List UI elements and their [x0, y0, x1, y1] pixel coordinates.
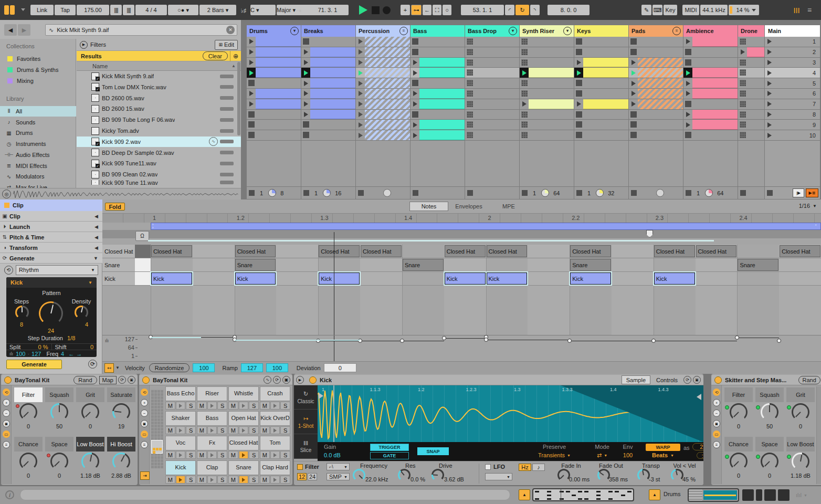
add-macro-icon[interactable]: + — [3, 399, 10, 406]
clip-launch-button[interactable] — [738, 47, 747, 57]
preview-waveform[interactable] — [13, 190, 241, 199]
clip-body[interactable] — [365, 68, 410, 78]
clip-stop-button[interactable] — [630, 132, 637, 138]
lfo-on-button[interactable] — [485, 464, 491, 470]
clip-slot[interactable] — [574, 68, 628, 78]
draw-mode-button[interactable]: ✎ — [641, 5, 651, 15]
rand-button[interactable]: Rand — [798, 376, 820, 384]
pad-play-button[interactable] — [207, 476, 217, 484]
track-header-keys[interactable]: Keys — [574, 25, 628, 37]
clip-slot[interactable] — [738, 99, 764, 109]
clip-launch-button[interactable] — [247, 58, 256, 68]
clip-section-clip[interactable]: ▣Clip◀ — [0, 211, 102, 222]
clip-body[interactable] — [365, 120, 410, 130]
clip-slot[interactable] — [520, 37, 574, 47]
remove-macro-icon[interactable]: − — [3, 410, 10, 417]
clip-launch-button[interactable] — [629, 58, 638, 68]
clip-slot[interactable] — [465, 58, 519, 68]
generate-button[interactable]: Generate — [6, 360, 62, 369]
macro-knob[interactable] — [112, 453, 130, 470]
clip-body[interactable] — [583, 99, 628, 109]
sidebar-item-audio-effects[interactable]: ⊣⊢Audio Effects — [0, 150, 76, 160]
clip-launch-button[interactable] — [629, 78, 638, 88]
tempo-field[interactable]: 175.00 — [77, 5, 109, 15]
scene-slot[interactable]: 6 — [765, 89, 820, 99]
clip-launch-button[interactable] — [301, 68, 310, 78]
macro-label[interactable]: Low Boost — [76, 437, 104, 452]
clip-slot[interactable] — [465, 89, 519, 99]
clip-launch-button[interactable] — [247, 89, 256, 99]
pad-play-button[interactable] — [239, 451, 249, 459]
chevron-down-icon[interactable]: ▼ — [115, 365, 120, 370]
clip-slot[interactable] — [574, 130, 628, 140]
track-stop-button[interactable] — [467, 190, 473, 196]
clip-body[interactable] — [583, 58, 628, 68]
fade-in-knob[interactable] — [557, 469, 570, 481]
pad-mute-button[interactable]: M — [197, 402, 207, 410]
macro-knob[interactable] — [730, 453, 748, 470]
drive-knob[interactable] — [431, 469, 444, 481]
clip-slot[interactable] — [520, 130, 574, 140]
track-stop-button[interactable] — [576, 190, 582, 196]
clip-slot[interactable] — [520, 120, 574, 130]
clip-body[interactable] — [692, 78, 738, 88]
track-stop-button[interactable] — [686, 190, 691, 196]
macro-value[interactable]: 2.88 dB — [106, 472, 136, 480]
step-duration-value[interactable]: 1/8 — [67, 335, 75, 342]
clip-body[interactable] — [419, 68, 465, 78]
pad-mute-button[interactable]: M — [260, 476, 270, 484]
scene-slot[interactable]: 9 — [765, 120, 820, 130]
midi-map-button[interactable]: MIDI — [682, 5, 699, 15]
crossfade-a-icon[interactable]: |▶ — [793, 188, 804, 197]
clip-slot[interactable] — [410, 99, 465, 109]
pad-name[interactable]: Kick — [165, 460, 196, 475]
randomize-button[interactable]: Randomize — [149, 363, 190, 372]
clip-stop-button[interactable] — [248, 132, 255, 138]
env-value[interactable]: 100 — [619, 452, 637, 458]
drum-pad-shaker[interactable]: ShakerMS — [165, 411, 196, 435]
clip-launch-button[interactable] — [683, 89, 692, 99]
clip-slot[interactable] — [301, 58, 355, 68]
clip-stop-button[interactable] — [740, 90, 746, 97]
track-header-bass-drop[interactable]: Bass Drop▾ — [465, 25, 519, 37]
mode-tab-classic[interactable]: ↻Classic — [294, 385, 318, 410]
pad-mute-button[interactable]: M — [228, 476, 238, 484]
shift-field[interactable]: Shift0 — [52, 344, 97, 350]
track-header-synth-riser[interactable]: Synth Riser▾ — [520, 25, 574, 37]
scene-launch-icon[interactable] — [767, 60, 772, 65]
velocity-point[interactable] — [735, 335, 739, 340]
regenerate-icon[interactable]: ⟳ — [88, 360, 97, 369]
macro-knob[interactable] — [761, 453, 778, 470]
macro-knob[interactable] — [112, 403, 130, 421]
row-key[interactable] — [135, 245, 151, 258]
clip-body[interactable] — [256, 58, 301, 68]
clip-launch-button[interactable] — [520, 68, 529, 78]
pad-name[interactable]: Tom — [260, 436, 290, 450]
mode-tab-slice[interactable]: ‖‖Slice — [294, 435, 318, 459]
midi-note[interactable]: Closed Hat — [570, 245, 611, 257]
clip-slot[interactable] — [410, 47, 465, 57]
track-stop-button[interactable] — [631, 190, 637, 196]
clip-body[interactable] — [310, 110, 355, 120]
filter-on-button[interactable] — [297, 464, 303, 470]
clip-stop-button[interactable] — [303, 132, 309, 138]
clip-launch-button[interactable] — [629, 68, 638, 78]
clip-slot[interactable] — [683, 110, 738, 120]
clip-slot[interactable] — [410, 37, 465, 47]
velocity-point[interactable] — [567, 339, 572, 343]
pad-play-button[interactable] — [176, 426, 186, 434]
hot-swap-icon[interactable]: ∿ — [264, 376, 271, 384]
macro-knob[interactable] — [19, 453, 37, 470]
clip-body[interactable] — [419, 89, 465, 99]
pad-solo-button[interactable]: S — [249, 402, 259, 410]
midi-note[interactable]: Closed Hat — [361, 245, 402, 257]
clip-body[interactable] — [638, 89, 683, 99]
tab-envelopes[interactable]: Envelopes — [449, 202, 488, 211]
section-expanded-icon[interactable]: ▼ — [93, 256, 98, 261]
key-root-select[interactable]: C ▾ — [250, 5, 276, 15]
drum-pad-kick-overd[interactable]: Kick OverDMS — [260, 411, 290, 435]
fade-out-value[interactable]: 358 ms — [609, 476, 638, 482]
randomize-amount-field[interactable]: 100 — [193, 363, 215, 372]
clip-slot[interactable] — [247, 78, 301, 88]
pad-mute-button[interactable]: M — [165, 402, 175, 410]
